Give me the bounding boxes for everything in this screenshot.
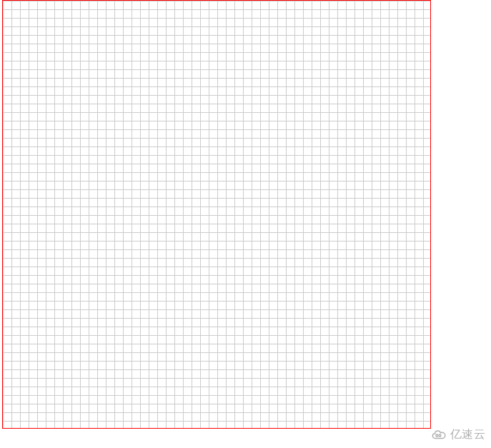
watermark-text: 亿速云 <box>450 427 486 442</box>
svg-point-1 <box>438 434 440 436</box>
svg-point-0 <box>435 434 437 436</box>
cloud-icon <box>432 429 447 441</box>
watermark: 亿速云 <box>432 427 486 442</box>
grid-canvas <box>2 0 431 429</box>
